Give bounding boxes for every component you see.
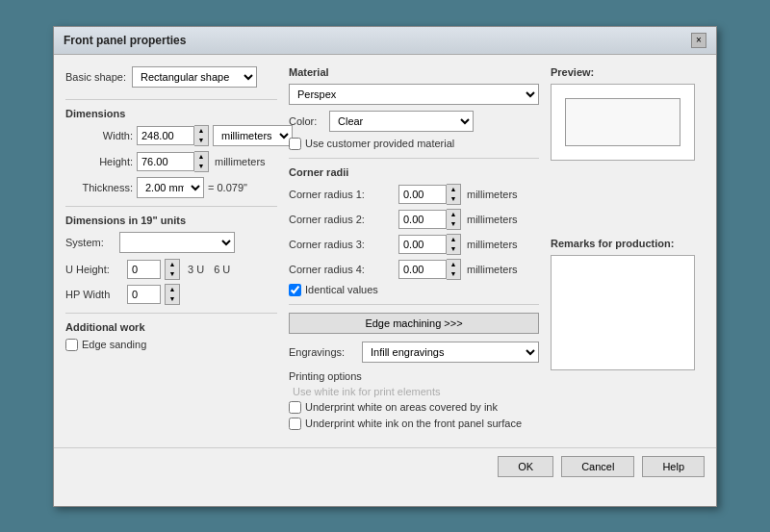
width-input-group: 248.00 ▲ ▼ <box>137 125 209 146</box>
right-panel: Preview: Remarks for production: <box>551 66 705 436</box>
corner-radius-1-row: Corner radius 1: ▲ ▼ millimeters <box>289 184 539 205</box>
engravings-select[interactable]: Infill engravings <box>362 342 539 363</box>
uheight-row: U Height: 0 ▲ ▼ 3 U 6 U <box>65 259 277 280</box>
ok-button[interactable]: OK <box>498 456 553 477</box>
corner-radius-1-down[interactable]: ▼ <box>447 194 460 204</box>
underprint2-row: Underprint white ink on the front panel … <box>289 418 539 430</box>
close-button[interactable]: × <box>691 33 706 48</box>
material-section: Material Perspex Color: Clear Use custom… <box>289 66 539 150</box>
color-row: Color: Clear <box>289 111 539 132</box>
help-button[interactable]: Help <box>642 456 705 477</box>
basic-shape-label: Basic shape: <box>65 71 126 83</box>
height-input-group: 76.00 ▲ ▼ <box>137 151 209 172</box>
corner-radius-2-up[interactable]: ▲ <box>447 210 460 219</box>
material-select[interactable]: Perspex <box>289 84 539 105</box>
height-input[interactable]: 76.00 <box>137 152 194 171</box>
uheight-label: U Height: <box>65 264 123 275</box>
corner-radius-2-input-group: ▲ ▼ <box>398 209 461 230</box>
edge-sanding-label: Edge sanding <box>82 339 146 350</box>
corner-radius-2-label: Corner radius 2: <box>289 214 395 225</box>
printing-label: Printing options <box>289 370 539 382</box>
left-panel: Basic shape: Rectangular shape Dimension… <box>65 66 277 436</box>
uheight-spin-up[interactable]: ▲ <box>166 260 179 269</box>
dimensions-section: Dimensions Width: 248.00 ▲ ▼ millimeters <box>65 108 277 198</box>
corner-radius-1-spin: ▲ ▼ <box>447 184 461 205</box>
edge-machining-button[interactable]: Edge machining >>> <box>289 313 539 334</box>
corner-radius-2-unit: millimeters <box>467 214 518 225</box>
corner-radius-3-down[interactable]: ▼ <box>447 244 460 254</box>
corner-radii-label: Corner radii <box>289 166 539 178</box>
corner-radius-3-input[interactable] <box>398 235 447 254</box>
corner-radius-1-label: Corner radius 1: <box>289 189 395 200</box>
corner-radius-2-input[interactable] <box>398 210 447 229</box>
underprint1-checkbox[interactable] <box>289 401 301 414</box>
hpwidth-input[interactable]: 0 <box>127 285 161 304</box>
corner-radius-4-spin: ▲ ▼ <box>447 259 461 280</box>
color-select[interactable]: Clear <box>329 111 474 132</box>
corner-radius-4-down[interactable]: ▼ <box>447 269 460 279</box>
height-spin-up[interactable]: ▲ <box>194 152 208 162</box>
hpwidth-spin-up[interactable]: ▲ <box>166 285 179 294</box>
hpwidth-row: HP Width 0 ▲ ▼ <box>65 284 277 305</box>
u6-marker: 6 U <box>214 264 230 275</box>
corner-radius-2-down[interactable]: ▼ <box>447 219 460 229</box>
corner-radius-2-row: Corner radius 2: ▲ ▼ millimeters <box>289 209 539 230</box>
corner-radius-4-input-group: ▲ ▼ <box>398 259 461 280</box>
width-label: Width: <box>65 130 133 141</box>
corner-radius-3-input-group: ▲ ▼ <box>398 234 461 255</box>
hpwidth-spin-buttons: ▲ ▼ <box>165 284 180 305</box>
remarks-label: Remarks for production: <box>551 238 705 249</box>
uheight-input[interactable]: 0 <box>127 260 161 279</box>
corner-radius-1-up[interactable]: ▲ <box>447 185 460 194</box>
corner-radius-3-row: Corner radius 3: ▲ ▼ millimeters <box>289 234 539 255</box>
underprint2-label: Underprint white ink on the front panel … <box>305 418 522 429</box>
corner-radius-2-spin: ▲ ▼ <box>447 209 461 230</box>
uheight-spin-down[interactable]: ▼ <box>166 269 179 279</box>
system-select[interactable] <box>119 232 235 253</box>
width-spin-buttons: ▲ ▼ <box>194 125 209 146</box>
printing-section: Printing options Use white ink for print… <box>289 370 539 430</box>
width-spin-up[interactable]: ▲ <box>194 126 208 136</box>
u-markers: 3 U 6 U <box>188 264 230 275</box>
button-row: OK Cancel Help <box>54 447 716 487</box>
edge-sanding-checkbox[interactable] <box>65 339 78 351</box>
corner-radius-1-unit: millimeters <box>467 189 518 200</box>
corner-radius-4-up[interactable]: ▲ <box>447 260 460 269</box>
cancel-button[interactable]: Cancel <box>561 456 634 477</box>
width-spin-down[interactable]: ▼ <box>194 136 208 145</box>
corner-radius-4-label: Corner radius 4: <box>289 264 395 275</box>
middle-panel: Material Perspex Color: Clear Use custom… <box>289 66 539 436</box>
engravings-label: Engravings: <box>289 346 356 358</box>
corner-radius-3-spin: ▲ ▼ <box>447 234 461 255</box>
thickness-select[interactable]: 2.00 mm <box>137 177 204 198</box>
height-unit-label: millimeters <box>215 156 266 167</box>
hpwidth-spin-down[interactable]: ▼ <box>166 294 179 304</box>
corner-radius-3-up[interactable]: ▲ <box>447 235 460 244</box>
preview-box <box>551 84 695 161</box>
width-row: Width: 248.00 ▲ ▼ millimeters <box>65 125 277 146</box>
customer-material-checkbox[interactable] <box>289 138 301 150</box>
width-input[interactable]: 248.00 <box>137 126 194 145</box>
engravings-row: Engravings: Infill engravings <box>289 342 539 363</box>
system-label: System: <box>65 237 114 248</box>
height-spin-down[interactable]: ▼ <box>194 162 208 171</box>
color-label: Color: <box>289 115 323 127</box>
corner-radius-4-input[interactable] <box>398 260 447 279</box>
corner-radius-1-input-group: ▲ ▼ <box>398 184 461 205</box>
identical-values-checkbox[interactable] <box>289 284 301 296</box>
preview-inner <box>565 98 680 146</box>
height-label: Height: <box>65 156 133 167</box>
corner-radii-section: Corner radii Corner radius 1: ▲ ▼ millim… <box>289 166 539 296</box>
customer-material-label: Use customer provided material <box>305 138 454 149</box>
width-unit-select[interactable]: millimeters <box>213 125 293 146</box>
underprint2-checkbox[interactable] <box>289 418 301 430</box>
edge-sanding-row: Edge sanding <box>65 339 277 351</box>
front-panel-properties-dialog: Front panel properties × Basic shape: Re… <box>53 26 717 507</box>
basic-shape-select[interactable]: Rectangular shape <box>132 66 257 88</box>
corner-radius-1-input[interactable] <box>398 185 447 204</box>
thickness-label: Thickness: <box>65 182 133 193</box>
remarks-textarea[interactable] <box>551 255 695 370</box>
dimensions-label: Dimensions <box>65 108 277 119</box>
preview-label: Preview: <box>551 66 705 78</box>
dialog-title: Front panel properties <box>64 34 186 47</box>
